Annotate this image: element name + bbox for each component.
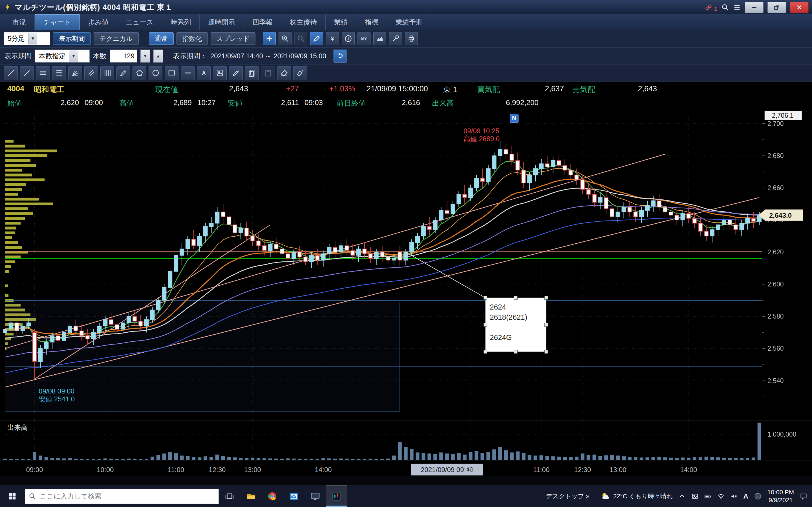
tab-指標[interactable]: 指標 xyxy=(356,14,387,30)
mail-app-taskbar-button[interactable] xyxy=(283,485,305,507)
close-button[interactable] xyxy=(790,2,809,13)
svg-text:N: N xyxy=(512,115,516,122)
wrench-button[interactable] xyxy=(389,32,402,45)
tab-適時開示[interactable]: 適時開示 xyxy=(200,14,244,30)
chrome-taskbar-button[interactable] xyxy=(262,485,283,507)
svg-text:1,000,000: 1,000,000 xyxy=(767,431,796,438)
pencil-button[interactable] xyxy=(310,32,323,45)
area-chart-button[interactable] xyxy=(373,32,386,45)
tab-時系列[interactable]: 時系列 xyxy=(162,14,200,30)
tray-status-icon[interactable] xyxy=(754,492,762,500)
tab-市況[interactable]: 市況 xyxy=(4,14,35,30)
normal-button[interactable]: 通常 xyxy=(149,33,174,45)
taskbar-clock[interactable]: 10:00 PM 9/9/2021 xyxy=(767,489,794,504)
plus-button[interactable] xyxy=(263,32,276,45)
yen-button[interactable]: ¥ xyxy=(326,32,339,45)
search-input[interactable] xyxy=(39,492,198,501)
erase-button[interactable] xyxy=(277,66,291,80)
ask-price: 2,643 xyxy=(609,84,657,93)
ime-indicator[interactable]: A xyxy=(743,492,748,500)
weather-widget[interactable]: 22°C くもり時々晴れ xyxy=(601,492,673,501)
notification-center-icon[interactable] xyxy=(800,492,808,500)
print-button[interactable] xyxy=(405,32,418,45)
wifi-icon[interactable] xyxy=(717,493,725,500)
display-app-taskbar-button[interactable] xyxy=(305,485,326,507)
stamp-button[interactable] xyxy=(213,66,227,80)
technical-button[interactable]: テクニカル xyxy=(94,33,139,45)
svg-text:09:00: 09:00 xyxy=(26,466,43,473)
high-label: 高値 xyxy=(119,98,134,108)
info-button[interactable]: i xyxy=(342,32,355,45)
speaker-icon[interactable] xyxy=(730,493,738,500)
my-button[interactable]: MY xyxy=(357,32,370,45)
restore-button[interactable] xyxy=(767,2,786,13)
svg-text:i: i xyxy=(348,36,349,41)
svg-text:¥: ¥ xyxy=(331,36,334,42)
polygon-button[interactable] xyxy=(133,66,146,80)
count-mode-select[interactable]: 本数指定 ▼ xyxy=(35,50,90,62)
copy-button[interactable] xyxy=(245,66,259,80)
search-icon[interactable] xyxy=(721,3,729,11)
vlines-button[interactable] xyxy=(100,66,114,80)
clock-date: 9/9/2021 xyxy=(767,496,794,504)
search-icon xyxy=(29,492,36,500)
rectangle-button[interactable] xyxy=(165,66,179,80)
tab-チャート[interactable]: チャート xyxy=(35,14,80,30)
tab-株主優待[interactable]: 株主優待 xyxy=(282,14,326,30)
prev-close-price: 2,616 xyxy=(375,98,420,107)
taskbar-search[interactable] xyxy=(25,489,219,504)
photo-tray-icon[interactable] xyxy=(691,493,699,500)
minimize-button[interactable] xyxy=(745,2,763,13)
desktop-toolbar[interactable]: デスクトップ » xyxy=(546,492,589,501)
desktop-label: デスクトップ xyxy=(546,493,584,500)
ray-line-button[interactable] xyxy=(20,66,34,80)
hlines4-button[interactable] xyxy=(52,66,66,80)
chart-area[interactable]: 26242618(2621)2624G09/09 10:25高値 2689.00… xyxy=(0,110,812,476)
chevron-down-icon: ▼ xyxy=(28,33,37,45)
count-label: 本数 xyxy=(93,52,107,61)
start-button[interactable] xyxy=(0,485,25,507)
text-button[interactable]: A xyxy=(197,66,211,80)
volume-pane-label: 出来高 xyxy=(7,424,28,431)
battery-icon[interactable] xyxy=(704,493,712,500)
task-view-taskbar-button[interactable] xyxy=(219,485,240,507)
spread-button[interactable]: スプレッド xyxy=(211,33,256,45)
trend-line-button[interactable] xyxy=(4,66,18,80)
svg-text:2,560: 2,560 xyxy=(767,345,784,352)
fan-button[interactable] xyxy=(68,66,82,80)
tab-四季報[interactable]: 四季報 xyxy=(244,14,282,30)
erase-all-button[interactable] xyxy=(293,66,307,80)
tab-歩み値[interactable]: 歩み値 xyxy=(80,14,117,30)
count-input[interactable]: 129 xyxy=(110,50,137,62)
svg-text:14:00: 14:00 xyxy=(680,466,697,473)
quote-row-main: 4004 昭和電工 現在値 2,643 +27 +1.03% 21/09/09 … xyxy=(0,81,812,97)
count-up-button[interactable]: ▲ xyxy=(153,50,163,62)
link-icon[interactable] xyxy=(705,3,712,11)
tab-ニュース[interactable]: ニュース xyxy=(117,14,162,30)
file-explorer-taskbar-button[interactable] xyxy=(240,485,262,507)
freehand-button[interactable] xyxy=(116,66,130,80)
hline-button[interactable] xyxy=(181,66,195,80)
tab-業績予測[interactable]: 業績予測 xyxy=(387,14,432,30)
hlines3-button[interactable] xyxy=(36,66,50,80)
stock-name: 昭和電工 xyxy=(34,84,64,95)
bid-label: 買気配 xyxy=(477,84,500,95)
toolbar-icon-group: ¥iMY xyxy=(263,32,418,45)
svg-text:09/08 09:00: 09/08 09:00 xyxy=(39,387,74,395)
zoom-in-button[interactable] xyxy=(278,32,292,45)
interval-select[interactable]: 5分足 ▼ xyxy=(4,32,50,45)
channel-button[interactable] xyxy=(84,66,98,80)
display-period-button[interactable]: 表示期間 xyxy=(53,33,91,45)
taskbar-apps xyxy=(219,485,347,507)
undo-button[interactable] xyxy=(334,50,347,62)
tab-業績[interactable]: 業績 xyxy=(326,14,356,30)
pencil-plus-button[interactable] xyxy=(229,66,243,80)
indexed-button[interactable]: 指数化 xyxy=(176,33,208,45)
count-down-button[interactable]: ▼ xyxy=(140,50,150,62)
menu-icon[interactable] xyxy=(733,3,741,11)
high-time: 10:27 xyxy=(197,98,216,107)
price-chart-svg[interactable]: 26242618(2621)2624G09/09 10:25高値 2689.00… xyxy=(0,110,812,476)
chevron-up-icon[interactable] xyxy=(678,493,686,500)
ellipse-button[interactable] xyxy=(149,66,162,80)
trading-app-taskbar-button[interactable] xyxy=(326,485,347,507)
